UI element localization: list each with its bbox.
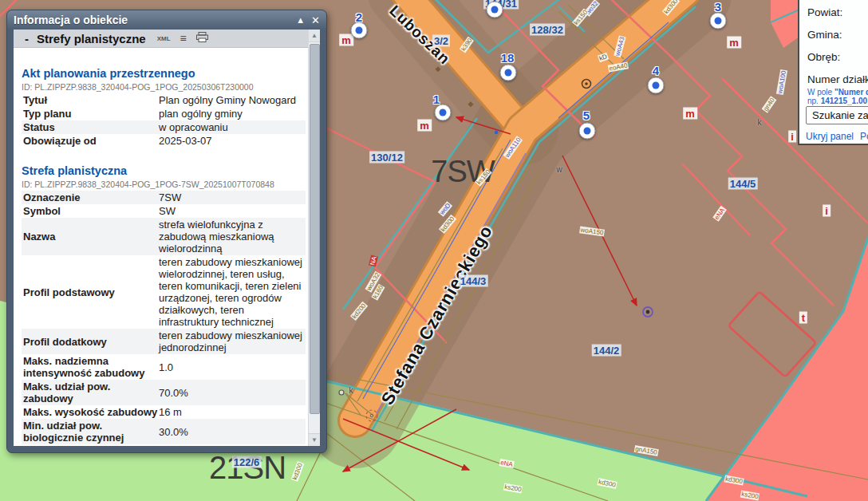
scrollbar-thumb[interactable] — [310, 44, 320, 414]
table-row: Status w opracowaniu — [22, 120, 306, 134]
row-label: Oznaczenie — [22, 191, 159, 203]
row-value: Plan ogólny Gminy Nowogard — [159, 94, 306, 106]
map-marker[interactable] — [487, 2, 503, 18]
hint-text: np. — [807, 97, 821, 105]
table-row: Profil dodatkowy teren zabudowy mieszkan… — [22, 329, 306, 354]
marker-number: 5 — [583, 108, 590, 122]
marker-number: 2 — [356, 10, 362, 24]
row-value: 30.0% — [159, 426, 306, 438]
row-label: Maks. nadziemna intensywność zabudowy — [22, 355, 159, 379]
close-icon[interactable]: ✕ — [311, 16, 320, 25]
table-row: Obowiązuje od 2025-03-07 — [22, 134, 306, 148]
letter-label-m: m — [683, 108, 697, 120]
print-icon[interactable] — [196, 31, 208, 45]
map-marker[interactable] — [351, 22, 368, 39]
zone-table: Oznaczenie 7SW Symbol SW Nazwa strefa wi… — [22, 191, 306, 444]
row-label: Profil dodatkowy — [22, 336, 159, 348]
hint-text: W pole — [807, 88, 834, 97]
advanced-search-button[interactable]: Szukanie za — [806, 106, 868, 124]
table-row: Oznaczenie 7SW — [22, 191, 306, 204]
act-table: Tytuł Plan ogólny Gminy Nowogard Typ pla… — [22, 93, 306, 148]
map-marker[interactable] — [648, 77, 665, 94]
table-row: Nazwa strefa wielofunkcyjna z zabudową m… — [22, 218, 306, 255]
row-value: strefa wielofunkcyjna z zabudową mieszka… — [159, 219, 306, 254]
letter-label-m: m — [727, 37, 741, 49]
collapse-toggle[interactable]: - — [25, 32, 29, 45]
row-value: teren zabudowy mieszkaniowej wielorodzin… — [159, 256, 306, 328]
truncated-link[interactable]: Pol — [860, 131, 868, 142]
table-row: Typ planu plan ogólny gminy — [22, 107, 306, 120]
row-label: Min. udział pow. biologicznie czynnej — [22, 420, 159, 444]
parcel-label: 130/12 — [369, 152, 404, 164]
row-value: teren zabudowy mieszkaniowej jednorodzin… — [159, 329, 306, 353]
table-row: Symbol SW — [22, 204, 306, 218]
gis-app-screen: Luboszan Stefana Czarnieckiego 7SW 21SN … — [0, 0, 868, 501]
row-label: Profil podstawowy — [22, 286, 159, 298]
row-value: w opracowaniu — [159, 121, 306, 133]
parcel-label: 128/32 — [530, 24, 565, 36]
marker-number: 4 — [653, 64, 659, 77]
panel-title: Informacja o obiekcie — [14, 14, 290, 26]
panel-scrollbar[interactable]: ▲ ▼ — [308, 30, 320, 446]
marker-number: 3 — [715, 0, 721, 14]
parcel-label: 144/2 — [592, 345, 621, 357]
marker-number: 1 — [433, 93, 440, 106]
map-marker[interactable] — [710, 13, 727, 30]
row-label: Maks. wysokość zabudowy — [22, 406, 159, 418]
search-hint: W pole "Numer d np. 141215_1.00 — [807, 88, 868, 105]
field-label-numer-dzialki: Numer działki — [807, 73, 868, 85]
panel-body: Akt planowania przestrzennego ID: PL.ZIP… — [18, 47, 309, 446]
row-value: 2025-03-07 — [159, 135, 306, 147]
xml-export-button[interactable]: XML — [157, 35, 171, 42]
table-row: Min. udział pow. biologicznie czynnej 30… — [22, 419, 306, 444]
table-row: Tytuł Plan ogólny Gminy Nowogard — [22, 93, 306, 107]
panel-titlebar[interactable]: Informacja o obiekcie ▲ ✕ — [7, 10, 326, 30]
field-label-obreb: Obręb: — [807, 51, 840, 63]
row-label: Typ planu — [22, 108, 159, 120]
row-label: Obowiązuje od — [22, 135, 159, 147]
letter-label-m: m — [417, 120, 432, 132]
parcel-label: 3/2 — [432, 35, 450, 47]
parcel-label: 144/3 — [459, 275, 488, 287]
table-row: Profil podstawowy teren zabudowy mieszka… — [22, 255, 306, 329]
hint-text-bold: "Numer d — [834, 88, 868, 97]
letter-label-k: k — [758, 118, 762, 127]
row-label: Nazwa — [22, 231, 159, 243]
table-row: Maks. wysokość zabudowy 16 m — [22, 405, 306, 419]
row-value: 1.0 — [159, 361, 306, 373]
row-label: Maks. udział pow. zabudowy — [22, 381, 159, 404]
panel-content: - Strefy planistyczne XML ≡ ▲ ▼ Ak — [14, 30, 320, 446]
letter-label-m: m — [339, 34, 353, 46]
letter-label-k: k — [349, 386, 353, 395]
map-marker[interactable] — [435, 105, 452, 121]
table-row: Maks. nadziemna intensywność zabudowy 1.… — [22, 354, 306, 380]
scroll-down-arrow[interactable]: ▼ — [309, 433, 320, 446]
row-value: plan ogólny gminy — [159, 108, 306, 120]
row-label: Tytuł — [22, 94, 159, 106]
field-label-gmina: Gmina: — [807, 29, 842, 41]
act-id: ID: PL.ZIPPZP.9838_320404-POG_1POG_20250… — [22, 82, 306, 92]
panel-section-header: - Strefy planistyczne XML ≡ — [14, 30, 309, 48]
row-value: 16 m — [159, 406, 306, 418]
search-sidebar: Powiat: Gmina: Obręb: Numer działki W po… — [798, 0, 868, 145]
letter-label-i: i — [823, 205, 831, 217]
row-value: 70.0% — [159, 387, 306, 399]
parcel-label: 144/5 — [728, 178, 758, 190]
sidebar-links: Ukryj panel Pol — [806, 131, 868, 142]
field-label-powiat: Powiat: — [807, 6, 842, 18]
letter-label-w: w — [556, 165, 562, 174]
list-view-icon[interactable]: ≡ — [180, 33, 187, 44]
object-info-panel: Informacja o obiekcie ▲ ✕ - Strefy plani… — [6, 10, 327, 453]
zone-id: ID: PL.ZIPPZP.9838_320404-POG_1POG-7SW_2… — [22, 179, 306, 189]
row-value: SW — [159, 205, 306, 217]
zone-heading: Strefa planistyczna — [22, 164, 306, 177]
map-marker[interactable] — [579, 123, 596, 140]
minimize-icon[interactable]: ▲ — [296, 16, 305, 25]
map-marker[interactable] — [500, 65, 517, 81]
marker-number: 18 — [501, 51, 515, 65]
row-value: 7SW — [159, 191, 306, 203]
row-label: Symbol — [22, 205, 159, 217]
table-row: Maks. udział pow. zabudowy 70.0% — [22, 380, 306, 405]
scroll-up-arrow[interactable]: ▲ — [309, 30, 320, 42]
hide-panel-link[interactable]: Ukryj panel — [806, 131, 854, 142]
